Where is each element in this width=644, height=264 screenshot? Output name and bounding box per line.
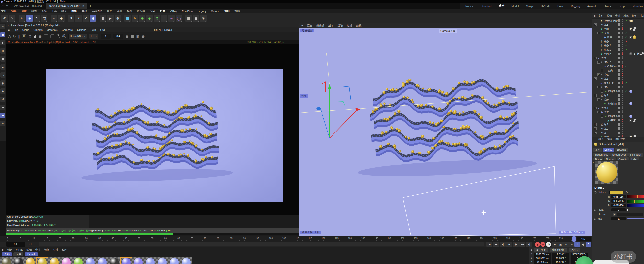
move-axis-tool-button[interactable]: + bbox=[58, 15, 64, 22]
texture-field[interactable] bbox=[617, 213, 643, 216]
record-position-button[interactable]: + bbox=[552, 242, 558, 247]
collapse-icon[interactable]: − bbox=[601, 115, 604, 118]
camera-button[interactable]: ▣ bbox=[193, 15, 199, 22]
object-name[interactable]: 空白.1 bbox=[601, 106, 608, 110]
menubar-item[interactable]: 工具 bbox=[52, 9, 57, 13]
visibility-dots[interactable] bbox=[622, 106, 624, 110]
uv-tag-icon[interactable] bbox=[640, 52, 644, 55]
channel-value-field[interactable]: 0.029956 bbox=[612, 204, 626, 207]
object-name[interactable]: 空白.3 bbox=[601, 23, 608, 27]
rotate-tool-button[interactable]: ↻ bbox=[34, 15, 40, 22]
object-name[interactable]: 空白.1 bbox=[601, 77, 608, 81]
visibility-dots[interactable] bbox=[622, 98, 624, 101]
object-manager-menu-item[interactable]: 书签 bbox=[640, 14, 644, 17]
channel-slider[interactable] bbox=[627, 195, 644, 198]
collapse-icon[interactable]: − bbox=[594, 94, 596, 97]
attribute-manager-menu-item[interactable]: 用户数据 bbox=[615, 137, 626, 141]
material-preview[interactable] bbox=[595, 161, 618, 184]
timeline-playhead[interactable] bbox=[572, 236, 576, 242]
visibility-dots[interactable] bbox=[622, 115, 624, 118]
enabled-check-icon[interactable]: ✓ bbox=[625, 48, 627, 51]
layout-tab[interactable]: Script bbox=[618, 5, 626, 7]
next-frame-button[interactable]: |▶ bbox=[513, 242, 519, 247]
visibility-dots[interactable] bbox=[622, 123, 624, 126]
prev-frame-button[interactable]: ◀| bbox=[500, 242, 506, 247]
object-row[interactable]: −∟空白 bbox=[592, 98, 644, 102]
material-tag-yellow-icon[interactable] bbox=[633, 36, 636, 39]
generator-button[interactable]: ⚙ bbox=[154, 15, 160, 22]
chevron-down-icon[interactable]: ∨ bbox=[593, 161, 594, 164]
scale-tool-button[interactable]: ◱ bbox=[41, 15, 48, 22]
layer-chip[interactable] bbox=[618, 36, 620, 38]
material-swatch[interactable] bbox=[108, 258, 120, 264]
layout-tab[interactable]: Visualize bbox=[633, 5, 644, 7]
layer-chip[interactable] bbox=[618, 115, 620, 117]
material-swatch[interactable] bbox=[12, 258, 24, 264]
coordinate-system-button[interactable]: ⊕ bbox=[90, 15, 96, 22]
texture-mode-button[interactable]: ◧ bbox=[0, 40, 6, 45]
close-icon[interactable]: × bbox=[82, 4, 84, 7]
collapse-icon[interactable]: − bbox=[597, 32, 600, 34]
object-row[interactable]: −∟空白.1 bbox=[592, 77, 644, 81]
layer-chip[interactable] bbox=[618, 90, 620, 92]
menubar-item[interactable]: 角色 bbox=[107, 9, 112, 13]
collapse-icon[interactable]: − bbox=[597, 111, 600, 113]
material-tab[interactable]: Sheen layer bbox=[610, 153, 628, 157]
viewport-menu-item[interactable]: 面板 bbox=[356, 24, 362, 27]
object-row[interactable]: ▲平面◤ bbox=[592, 118, 644, 122]
layout-tab[interactable]: Paint bbox=[558, 5, 564, 7]
float-slider[interactable] bbox=[627, 210, 644, 210]
layer-chip[interactable] bbox=[618, 57, 620, 59]
object-manager-menu-item[interactable]: 编辑 bbox=[607, 14, 612, 17]
object-row[interactable]: ▲平面◤ bbox=[592, 135, 644, 137]
collapse-icon[interactable]: − bbox=[597, 61, 600, 63]
material-tab[interactable]: Opacity bbox=[616, 157, 629, 160]
menubar-item[interactable]: Octane bbox=[211, 10, 220, 13]
collapse-icon[interactable]: − bbox=[597, 86, 600, 88]
channel-slider[interactable] bbox=[627, 200, 644, 203]
object-name[interactable]: OctaneLight.3 bbox=[604, 19, 620, 22]
visibility-dots[interactable] bbox=[622, 40, 624, 43]
coordinate-pos-field[interactable]: -1937.202 cm bbox=[534, 253, 551, 256]
workplane-button[interactable]: + bbox=[0, 105, 6, 110]
play-button[interactable]: ▶ bbox=[506, 242, 512, 247]
object-name[interactable]: 样条约束 bbox=[604, 81, 614, 85]
enabled-check-icon[interactable]: ✓ bbox=[625, 81, 627, 85]
bake-tag-icon[interactable] bbox=[629, 52, 632, 55]
menubar-item[interactable]: Legacy bbox=[198, 10, 206, 13]
object-row[interactable]: −∟空白.1 bbox=[592, 106, 644, 110]
material-tag-blue-icon[interactable] bbox=[629, 115, 632, 118]
material-swatch[interactable] bbox=[132, 258, 144, 264]
color-swatch[interactable] bbox=[610, 191, 623, 194]
hamburger-icon[interactable]: ≡ bbox=[531, 249, 532, 251]
live-viewer-menu-item[interactable]: Cloud bbox=[22, 28, 29, 31]
pick-focus-button[interactable]: F bbox=[56, 34, 60, 38]
add-region-button[interactable]: + bbox=[44, 34, 48, 38]
phong-tag-icon[interactable]: ◤ bbox=[629, 27, 632, 30]
material-filter-chip[interactable]: Default bbox=[25, 252, 38, 257]
menubar-item[interactable]: 样条 bbox=[62, 9, 67, 13]
samples-field[interactable]: 1 bbox=[100, 34, 111, 39]
layer-chip[interactable] bbox=[618, 23, 620, 26]
visibility-dots[interactable] bbox=[622, 31, 624, 35]
layer-chip[interactable] bbox=[618, 61, 620, 63]
layer-chip[interactable] bbox=[618, 40, 620, 42]
material-manager-menu-item[interactable]: 选择 bbox=[44, 248, 50, 252]
reset-transform-button[interactable]: 复位变换 bbox=[534, 248, 548, 252]
viewport-menu-item[interactable]: 过滤 bbox=[347, 24, 352, 27]
light-tag-icon[interactable] bbox=[629, 19, 633, 22]
record-scale-button[interactable]: ▣ bbox=[558, 242, 563, 247]
animate-diamond-icon[interactable] bbox=[594, 191, 596, 194]
attribute-manager-menu-item[interactable]: 模式 bbox=[598, 137, 604, 141]
record-rotation-button[interactable]: ↻ bbox=[563, 242, 569, 247]
layer-chip[interactable] bbox=[618, 123, 620, 126]
collapse-icon[interactable]: − bbox=[594, 23, 596, 26]
object-row[interactable]: ∫样条✗ bbox=[592, 39, 644, 43]
material-tab[interactable]: Diffuse bbox=[603, 148, 614, 152]
object-name[interactable]: 克隆 bbox=[604, 31, 610, 35]
enabled-check-icon[interactable]: ✓ bbox=[625, 31, 627, 35]
last-tool-button[interactable]: ⌐ bbox=[51, 15, 57, 22]
material-filter-chip[interactable]: 全部 bbox=[2, 252, 12, 257]
visibility-dots[interactable] bbox=[622, 69, 624, 72]
phong-tag-icon[interactable]: ◤ bbox=[637, 52, 640, 55]
